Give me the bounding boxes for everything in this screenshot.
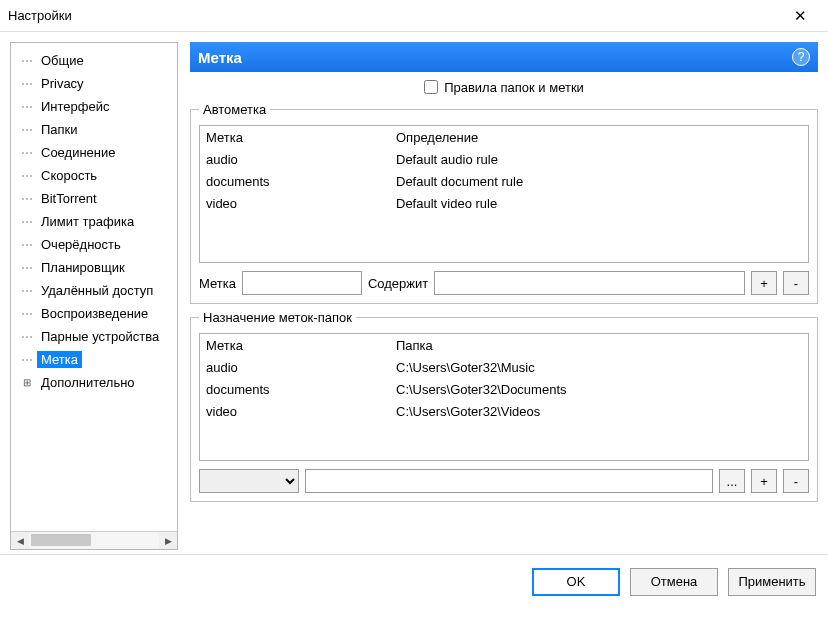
autolabel-edit-row: Метка Содержит + - — [199, 271, 809, 295]
autolabel-group: Автометка Метка Определение audioDefault… — [190, 102, 818, 304]
cell-label: video — [206, 404, 396, 419]
assign-path-input[interactable] — [305, 469, 713, 493]
autolabel-label-input[interactable] — [242, 271, 362, 295]
scroll-left-icon[interactable]: ◀ — [11, 532, 29, 549]
sidebar: ⋯Общие⋯Privacy⋯Интерфейс⋯Папки⋯Соединени… — [10, 42, 178, 550]
cell-folder: C:\Users\Goter32\Videos — [396, 404, 802, 419]
cell-label: audio — [206, 152, 396, 167]
sidebar-item-label: Скорость — [37, 167, 101, 184]
assign-col-folder: Папка — [396, 338, 802, 353]
tree-connector: ⋯ — [21, 100, 37, 114]
sidebar-item-privacy[interactable]: ⋯Privacy — [11, 72, 177, 95]
sidebar-item-label: Парные устройства — [37, 328, 163, 345]
list-item[interactable]: videoDefault video rule — [200, 192, 808, 214]
sidebar-item-дополнительно[interactable]: ⊞Дополнительно — [11, 371, 177, 394]
sidebar-item-общие[interactable]: ⋯Общие — [11, 49, 177, 72]
scroll-right-icon[interactable]: ▶ — [159, 532, 177, 549]
sidebar-item-папки[interactable]: ⋯Папки — [11, 118, 177, 141]
scroll-track[interactable] — [29, 532, 159, 549]
cancel-button[interactable]: Отмена — [630, 568, 718, 596]
assign-browse-button[interactable]: ... — [719, 469, 745, 493]
sidebar-item-лимит-трафика[interactable]: ⋯Лимит трафика — [11, 210, 177, 233]
autolabel-header: Метка Определение — [200, 126, 808, 148]
main-panel: Метка ? Правила папок и метки Автометка … — [190, 42, 818, 550]
autolabel-col-def: Определение — [396, 130, 802, 145]
assign-group: Назначение меток-папок Метка Папка audio… — [190, 310, 818, 502]
tree-connector: ⋯ — [21, 54, 37, 68]
sidebar-item-label: Лимит трафика — [37, 213, 138, 230]
sidebar-item-label: Общие — [37, 52, 88, 69]
apply-button[interactable]: Применить — [728, 568, 816, 596]
sidebar-item-label: Воспроизведение — [37, 305, 152, 322]
list-item[interactable]: audioC:\Users\Goter32\Music — [200, 356, 808, 378]
tree-connector: ⋯ — [21, 146, 37, 160]
assign-remove-button[interactable]: - — [783, 469, 809, 493]
sidebar-item-воспроизведение[interactable]: ⋯Воспроизведение — [11, 302, 177, 325]
ok-button[interactable]: OK — [532, 568, 620, 596]
help-icon[interactable]: ? — [792, 48, 810, 66]
sidebar-item-label: Метка — [37, 351, 82, 368]
cell-label: documents — [206, 382, 396, 397]
sidebar-item-bittorrent[interactable]: ⋯BitTorrent — [11, 187, 177, 210]
sidebar-item-label: Интерфейс — [37, 98, 113, 115]
sidebar-scrollbar[interactable]: ◀ ▶ — [11, 531, 177, 549]
tree-connector: ⋯ — [21, 307, 37, 321]
sidebar-item-label: Privacy — [37, 75, 88, 92]
autolabel-contains-input[interactable] — [434, 271, 745, 295]
scroll-thumb[interactable] — [31, 534, 91, 546]
cell-label: video — [206, 196, 396, 211]
assign-add-button[interactable]: + — [751, 469, 777, 493]
folder-rules-label: Правила папок и метки — [444, 80, 584, 95]
tree-connector: ⋯ — [21, 123, 37, 137]
window-title: Настройки — [8, 8, 780, 23]
sidebar-item-соединение[interactable]: ⋯Соединение — [11, 141, 177, 164]
sidebar-item-скорость[interactable]: ⋯Скорость — [11, 164, 177, 187]
cell-folder: C:\Users\Goter32\Documents — [396, 382, 802, 397]
autolabel-label-text: Метка — [199, 276, 236, 291]
tree-connector: ⋯ — [21, 261, 37, 275]
cell-definition: Default document rule — [396, 174, 802, 189]
autolabel-col-label: Метка — [206, 130, 396, 145]
folder-rules-checkbox[interactable] — [424, 80, 438, 94]
assign-edit-row: ... + - — [199, 469, 809, 493]
autolabel-add-button[interactable]: + — [751, 271, 777, 295]
tree-connector: ⋯ — [21, 284, 37, 298]
assign-legend: Назначение меток-папок — [199, 310, 356, 325]
autolabel-legend: Автометка — [199, 102, 270, 117]
sidebar-item-label: Дополнительно — [37, 374, 139, 391]
sidebar-item-интерфейс[interactable]: ⋯Интерфейс — [11, 95, 177, 118]
sidebar-item-очерёдность[interactable]: ⋯Очерёдность — [11, 233, 177, 256]
tree-connector: ⋯ — [21, 330, 37, 344]
tree-connector: ⋯ — [21, 192, 37, 206]
list-item[interactable]: documentsDefault document rule — [200, 170, 808, 192]
titlebar: Настройки ✕ — [0, 0, 828, 32]
autolabel-list[interactable]: Метка Определение audioDefault audio rul… — [199, 125, 809, 263]
sidebar-item-планировщик[interactable]: ⋯Планировщик — [11, 256, 177, 279]
assign-label-select[interactable] — [199, 469, 299, 493]
dialog-buttons: OK Отмена Применить — [0, 554, 828, 608]
list-item[interactable]: audioDefault audio rule — [200, 148, 808, 170]
autolabel-remove-button[interactable]: - — [783, 271, 809, 295]
rules-checkbox-row: Правила папок и метки — [190, 72, 818, 102]
assign-col-label: Метка — [206, 338, 396, 353]
sidebar-item-label: Планировщик — [37, 259, 129, 276]
panel-header: Метка ? — [190, 42, 818, 72]
cell-definition: Default audio rule — [396, 152, 802, 167]
sidebar-item-удалённый-доступ[interactable]: ⋯Удалённый доступ — [11, 279, 177, 302]
tree-connector: ⋯ — [21, 169, 37, 183]
tree-connector: ⋯ — [21, 77, 37, 91]
cell-label: audio — [206, 360, 396, 375]
cell-definition: Default video rule — [396, 196, 802, 211]
list-item[interactable]: videoC:\Users\Goter32\Videos — [200, 400, 808, 422]
assign-header: Метка Папка — [200, 334, 808, 356]
sidebar-item-label: BitTorrent — [37, 190, 101, 207]
cell-label: documents — [206, 174, 396, 189]
close-button[interactable]: ✕ — [780, 2, 820, 30]
sidebar-item-метка[interactable]: ⋯Метка — [11, 348, 177, 371]
list-item[interactable]: documentsC:\Users\Goter32\Documents — [200, 378, 808, 400]
cell-folder: C:\Users\Goter32\Music — [396, 360, 802, 375]
sidebar-item-label: Очерёдность — [37, 236, 125, 253]
assign-list[interactable]: Метка Папка audioC:\Users\Goter32\Musicd… — [199, 333, 809, 461]
sidebar-item-парные-устройства[interactable]: ⋯Парные устройства — [11, 325, 177, 348]
expand-icon[interactable]: ⊞ — [21, 377, 33, 388]
